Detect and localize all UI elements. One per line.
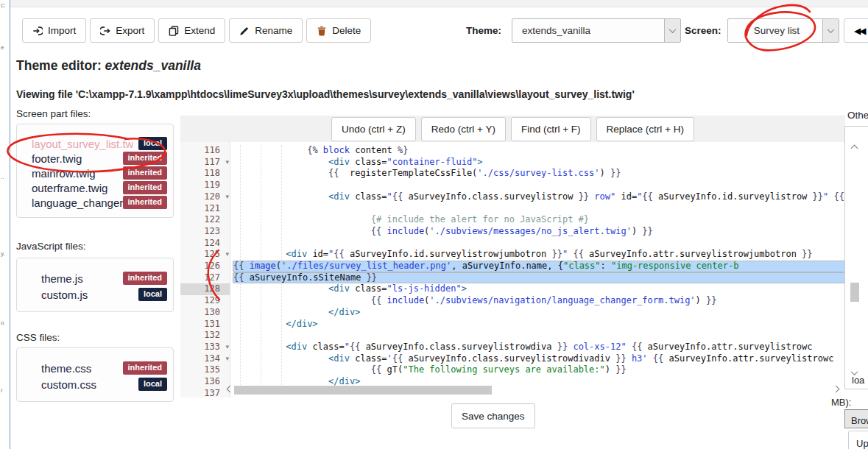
inherited-badge: inherited <box>123 272 167 284</box>
code-token: {{ <box>371 364 387 375</box>
delete-button[interactable]: Delete <box>306 18 371 43</box>
line-number: 132 <box>180 330 230 342</box>
undo-button[interactable]: Undo (ctrl + Z) <box>331 117 416 141</box>
export-button[interactable]: Export <box>90 18 155 43</box>
find-button[interactable]: Find (ctrl + F) <box>511 117 591 141</box>
code-line[interactable]: <div class="{{ aSurveyInfo.class.surveyl… <box>233 342 845 353</box>
code-token: "The following surveys are available:" <box>403 364 605 375</box>
code-line[interactable]: </div> <box>233 307 845 319</box>
code-token: {{ <box>573 249 583 259</box>
cutoff-text-fragment: o <box>1 319 4 326</box>
code-token: {{ <box>392 353 403 364</box>
save-changes-button[interactable]: Save changes <box>451 403 535 428</box>
vscroll-thumb[interactable] <box>850 283 859 302</box>
code-line[interactable]: {{ image('./files/survey_list_header.png… <box>233 261 845 272</box>
hscroll-thumb[interactable] <box>234 386 492 395</box>
browse-button[interactable]: Brow <box>844 409 868 428</box>
code-token: id= <box>615 191 637 202</box>
extend-button[interactable]: Extend <box>158 18 225 43</box>
theme-select[interactable]: extends_vanilla <box>512 18 681 43</box>
screen-select-value: Survey list <box>728 25 822 36</box>
code-line[interactable]: {{ gT("The following surveys are availab… <box>233 364 845 376</box>
collapse-panel-button[interactable]: ◀◀ <box>844 18 868 43</box>
code-token: col-xs-12" <box>568 342 626 352</box>
file-row: layout_survey_list.twlocal <box>32 136 167 151</box>
code-line[interactable]: {% block content %} <box>233 145 845 157</box>
code-token: }} <box>610 168 621 178</box>
code-token: block <box>323 145 350 155</box>
code-token: : <box>601 261 611 272</box>
editor-code-area[interactable]: {% block content %} <div class="containe… <box>230 142 845 397</box>
code-line[interactable] <box>233 330 845 342</box>
file-link[interactable]: footer.twig <box>32 152 82 165</box>
code-token <box>627 342 632 352</box>
code-line[interactable]: <div class="{{ aSurveyInfo.class.surveyl… <box>233 191 845 203</box>
code-line[interactable] <box>233 180 845 191</box>
line-number: 118 <box>180 168 230 180</box>
code-token: " <box>387 191 392 202</box>
code-token: "ls-js-hidden" <box>387 283 462 294</box>
code-token: {{ <box>642 191 652 202</box>
vscroll-up-arrow[interactable] <box>849 143 859 153</box>
code-line[interactable]: </div> <box>233 319 845 330</box>
file-link[interactable]: custom.css <box>41 378 96 391</box>
upload-button[interactable]: Upl <box>848 431 868 449</box>
theme-select-arrow[interactable] <box>664 19 680 42</box>
file-row: theme.cssinherited <box>41 360 167 376</box>
code-token: " <box>345 342 350 352</box>
screen-select-arrow[interactable] <box>822 19 839 42</box>
redo-button[interactable]: Redo (ctrl + Y) <box>421 117 506 141</box>
line-number: 121 <box>180 203 230 215</box>
code-token <box>648 353 653 364</box>
code-token: <div <box>286 342 307 352</box>
screen-select[interactable]: Survey list <box>727 18 839 43</box>
code-line[interactable]: {{ include('./subviews/navigation/langua… <box>233 295 845 307</box>
file-row: theme.jsinherited <box>41 270 167 286</box>
code-token: "container-fluid" <box>387 157 478 167</box>
file-link[interactable]: theme.css <box>41 362 91 375</box>
inherited-badge: inherited <box>123 152 167 164</box>
code-line[interactable]: {{ registerTemplateCssFile('./css/survey… <box>233 168 845 180</box>
code-line[interactable]: {{ include('./subviews/messages/no_js_al… <box>233 226 845 238</box>
file-link[interactable]: outerframe.twig <box>32 182 107 194</box>
code-editor[interactable]: 116▾117118119▾120121122123124▾125126127▾… <box>180 142 845 397</box>
code-token: }} <box>813 191 823 202</box>
code-token: {{ <box>833 191 844 202</box>
code-token: gT( <box>387 364 403 375</box>
code-token: aSurveyInfo.attr.surveylistrowc <box>663 353 833 364</box>
code-line[interactable]: <div id="{{ aSurveyInfo.id.surveylistrow… <box>233 249 845 261</box>
file-link[interactable]: language_changer_fo <box>32 197 123 209</box>
line-number: 123 <box>180 226 230 238</box>
code-line[interactable]: {{ aSurveyInfo.sSiteName }} <box>233 272 845 284</box>
file-row: custom.jslocal <box>41 286 167 303</box>
hscroll-left-arrow[interactable] <box>225 383 235 394</box>
code-line[interactable] <box>233 238 845 250</box>
chevron-down-icon <box>669 26 677 33</box>
replace-button[interactable]: Replace (ctrl + H) <box>596 117 694 141</box>
theme-toolbar: ImportExportExtendRenameDelete <box>22 18 371 43</box>
import-button[interactable]: Import <box>22 18 86 43</box>
line-number: 124 <box>180 238 230 250</box>
rename-button[interactable]: Rename <box>229 18 303 43</box>
code-line[interactable]: {# include the alert for no JavaScript #… <box>233 214 845 226</box>
hscroll-right-arrow[interactable] <box>830 383 841 394</box>
code-token: aSurveyInfo.sSiteName <box>244 272 366 284</box>
code-token: h3' <box>627 353 648 364</box>
file-link[interactable]: layout_survey_list.tw <box>32 138 133 150</box>
code-line[interactable] <box>233 203 845 215</box>
code-token: class= <box>350 191 387 202</box>
code-token: {{ <box>371 226 387 236</box>
code-token: }} <box>615 353 626 364</box>
file-link[interactable]: custom.js <box>41 289 88 301</box>
code-line[interactable]: <div class="ls-js-hidden"> <box>233 283 845 295</box>
inherited-badge: inherited <box>123 181 167 194</box>
code-token: ) <box>600 168 610 178</box>
other-files-panel <box>844 126 868 389</box>
code-line[interactable]: <div class='{{ aSurveyInfo.class.surveyl… <box>233 353 845 365</box>
extend-button-label: Extend <box>184 25 215 36</box>
code-line[interactable]: <div class="container-fluid"> <box>233 157 845 169</box>
file-list-panel: layout_survey_list.twlocalfooter.twiginh… <box>16 124 174 218</box>
trash-icon <box>317 26 327 36</box>
file-link[interactable]: theme.js <box>41 272 83 285</box>
file-link[interactable]: mainrow.twig <box>32 167 96 180</box>
